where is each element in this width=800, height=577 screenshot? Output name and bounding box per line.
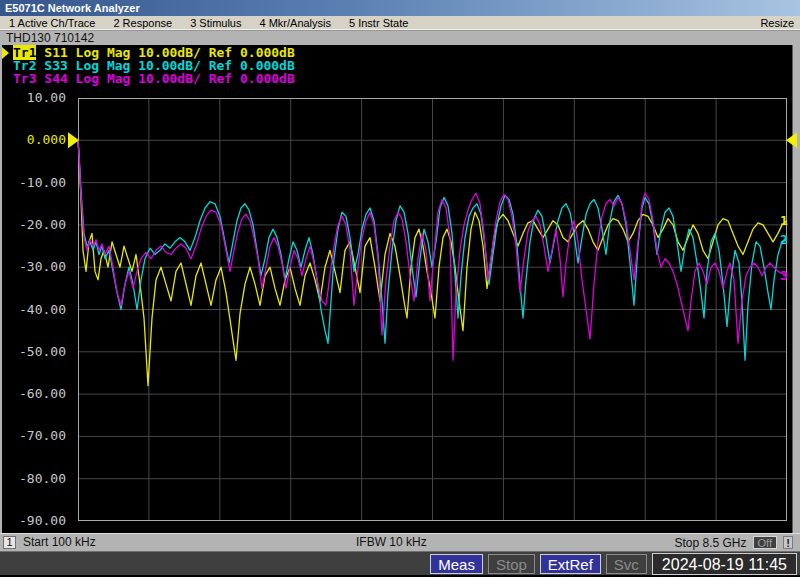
y-axis-tick-label: -40.00 bbox=[8, 303, 66, 317]
instrument-id-label: THD130 710142 bbox=[6, 31, 94, 45]
y-axis-tick-label: 10.00 bbox=[8, 91, 66, 105]
y-axis-tick-label: -10.00 bbox=[8, 176, 66, 190]
window-frame-right bbox=[792, 45, 800, 533]
y-axis-tick-label: -30.00 bbox=[8, 260, 66, 274]
trace-end-label: 1 bbox=[780, 213, 788, 228]
menu-response[interactable]: 2 Response bbox=[104, 17, 181, 29]
active-trace-arrow-icon bbox=[2, 47, 9, 59]
trace-tr3-label: Tr3 S44 Log Mag 10.00dB/ Ref 0.000dB bbox=[13, 72, 295, 85]
start-frequency-label: Start 100 kHz bbox=[23, 534, 96, 551]
status-badge-svc: Svc bbox=[606, 554, 647, 574]
menu-mkr-analysis[interactable]: 4 Mkr/Analysis bbox=[250, 17, 340, 29]
reference-level-marker-icon bbox=[68, 132, 79, 148]
status-badge-stop: Stop bbox=[488, 554, 535, 574]
alert-indicator: ! bbox=[783, 536, 793, 549]
y-axis-tick-label: -50.00 bbox=[8, 345, 66, 359]
y-axis-tick-label: 0.000 bbox=[8, 133, 66, 147]
stimulus-bar: 1 Start 100 kHz IFBW 10 kHz Stop 8.5 GHz… bbox=[0, 533, 800, 551]
menu-stimulus[interactable]: 3 Stimulus bbox=[181, 17, 250, 29]
y-axis-tick-label: -80.00 bbox=[8, 472, 66, 486]
measurement-graph: 123 bbox=[78, 98, 787, 521]
status-badge-meas: Meas bbox=[430, 554, 483, 574]
menu-resize[interactable]: Resize bbox=[760, 16, 794, 30]
window-frame-left bbox=[0, 45, 2, 533]
trace-legend: Tr1 S11 Log Mag 10.00dB/ Ref 0.000dB Tr2… bbox=[0, 46, 47, 85]
y-axis-tick-label: -90.00 bbox=[8, 514, 66, 528]
status-bar: Meas Stop ExtRef Svc 2024-08-19 11:45 bbox=[0, 551, 800, 577]
window-title-bar: E5071C Network Analyzer bbox=[0, 0, 800, 16]
channel-number-box: 1 bbox=[3, 536, 16, 549]
trace-tr3-id: Tr3 bbox=[13, 71, 36, 86]
analyzer-screen: E5071C Network Analyzer 1 Active Ch/Trac… bbox=[0, 0, 800, 577]
stop-frequency-group: Stop 8.5 GHz Off ! bbox=[674, 534, 793, 551]
trace-tr3-params: S44 Log Mag 10.00dB/ Ref 0.000dB bbox=[36, 71, 294, 86]
menu-bar: 1 Active Ch/Trace 2 Response 3 Stimulus … bbox=[0, 16, 800, 30]
trace-end-label: 3 bbox=[780, 268, 788, 283]
y-axis-tick-label: -70.00 bbox=[8, 429, 66, 443]
status-badge-extref: ExtRef bbox=[540, 554, 601, 574]
trace-row-tr3[interactable]: Tr3 S44 Log Mag 10.00dB/ Ref 0.000dB bbox=[0, 72, 47, 85]
menu-active-ch-trace[interactable]: 1 Active Ch/Trace bbox=[0, 17, 104, 29]
ifbw-label: IFBW 10 kHz bbox=[356, 534, 427, 551]
stop-frequency-label: Stop 8.5 GHz bbox=[674, 536, 746, 550]
y-axis-tick-label: -20.00 bbox=[8, 218, 66, 232]
y-axis-tick-label: -60.00 bbox=[8, 387, 66, 401]
menu-instr-state[interactable]: 5 Instr State bbox=[340, 17, 417, 29]
rf-off-indicator: Off bbox=[753, 536, 777, 549]
trace-end-label: 2 bbox=[780, 232, 788, 247]
instrument-id-bar: THD130 710142 bbox=[0, 30, 800, 45]
window-title: E5071C Network Analyzer bbox=[5, 2, 140, 14]
status-datetime: 2024-08-19 11:45 bbox=[652, 553, 797, 575]
